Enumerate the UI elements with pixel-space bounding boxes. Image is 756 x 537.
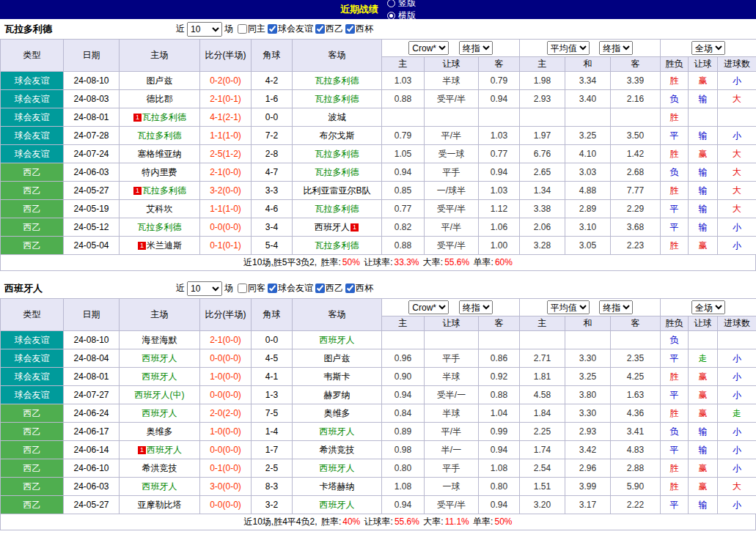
- subcol-euro-away: 客: [611, 316, 661, 331]
- home-team-cell[interactable]: 西班牙人(中): [120, 386, 200, 404]
- result-outcome: 平: [661, 218, 689, 237]
- away-team-cell[interactable]: 希洪竞技: [293, 441, 382, 459]
- euro-odds-draw: 3.40: [565, 90, 611, 108]
- checkbox-input[interactable]: [268, 24, 277, 34]
- competition-type: 球会友谊: [1, 108, 64, 127]
- away-team-cell[interactable]: 西班牙人: [293, 459, 382, 478]
- home-team-cell[interactable]: 奥维多: [120, 423, 200, 441]
- checkbox-input[interactable]: [315, 284, 325, 293]
- home-team-cell[interactable]: 希洪竞技: [120, 459, 200, 478]
- home-team-cell[interactable]: 1西班牙人: [120, 441, 200, 459]
- checkbox-input[interactable]: [238, 284, 247, 293]
- away-team-cell[interactable]: 图卢兹: [293, 349, 382, 368]
- asian-odds-time-select[interactable]: 终指: [459, 300, 493, 314]
- average-select[interactable]: 平均值: [547, 41, 590, 55]
- home-team-cell[interactable]: 西班牙人: [120, 368, 200, 386]
- team-name: 瓦拉多利德: [0, 23, 176, 36]
- bookmaker-select[interactable]: Crow*: [408, 41, 449, 55]
- result-handicap: 输: [689, 200, 718, 218]
- away-team-cell[interactable]: 瓦拉多利德: [293, 72, 382, 90]
- home-team-cell[interactable]: 德比郡: [120, 90, 200, 108]
- filter-checkbox-西乙[interactable]: 西乙: [315, 23, 343, 35]
- home-team-cell[interactable]: 西班牙人: [120, 349, 200, 368]
- asian-odds-home: 0.79: [382, 127, 425, 145]
- filter-checkbox-同主[interactable]: 同主: [238, 23, 265, 35]
- away-team-cell[interactable]: 瓦拉多利德: [293, 200, 382, 218]
- euro-odds-time-select[interactable]: 终指: [599, 41, 633, 55]
- home-team-cell[interactable]: 西班牙人: [120, 478, 200, 496]
- away-team-cell[interactable]: 西班牙人: [293, 331, 382, 349]
- checkbox-input[interactable]: [345, 24, 355, 34]
- competition-type: 西乙: [1, 459, 64, 478]
- match-row: 西乙24-06-24西班牙人2-0(2-0)7-5奥维多0.84半球1.041.…: [1, 404, 756, 423]
- away-team-cell[interactable]: 西班牙人: [293, 496, 382, 514]
- euro-odds-draw: 4.88: [565, 182, 611, 200]
- result-handicap: 赢: [689, 368, 718, 386]
- away-team-name: 波城: [329, 112, 346, 122]
- asian-odds-handicap: 半球: [425, 72, 479, 90]
- asian-odds-time-select[interactable]: 终指: [459, 41, 493, 55]
- away-team-cell[interactable]: 瓦拉多利德: [293, 163, 382, 182]
- filter-checkbox-球会友谊[interactable]: 球会友谊: [268, 23, 313, 35]
- section-header-bar: 瓦拉多利德 近 10 场 同主球会友谊西乙西杯: [0, 19, 756, 39]
- away-team-cell[interactable]: 比利亚雷亚尔B队: [293, 182, 382, 200]
- home-team-cell[interactable]: 图卢兹: [120, 72, 200, 90]
- subcol-result-handicap: 让球: [689, 316, 718, 331]
- euro-odds-home: 3.20: [520, 496, 565, 514]
- result-handicap: 赢: [689, 145, 718, 163]
- euro-odds-draw: 3.25: [565, 127, 611, 145]
- away-team-cell[interactable]: 波城: [293, 108, 382, 127]
- filter-checkbox-同客[interactable]: 同客: [238, 282, 265, 295]
- layout-radio-selected[interactable]: 横版: [387, 10, 416, 22]
- col-away: 客场: [293, 40, 382, 72]
- away-team-cell[interactable]: 韦斯卡: [293, 368, 382, 386]
- home-team-cell[interactable]: 西班牙人: [120, 404, 200, 423]
- home-team-cell[interactable]: 瓦拉多利德: [120, 218, 200, 237]
- away-team-cell[interactable]: 西班牙人1: [293, 218, 382, 237]
- home-team-cell[interactable]: 塞格维亚纳: [120, 145, 200, 163]
- checkbox-input[interactable]: [268, 284, 277, 293]
- checkbox-input[interactable]: [345, 284, 355, 293]
- home-team-cell[interactable]: 亚摩勒比塔: [120, 496, 200, 514]
- fulltime-select[interactable]: 全场: [691, 300, 725, 314]
- filter-checkbox-西杯[interactable]: 西杯: [345, 282, 373, 295]
- away-team-cell[interactable]: 奥维多: [293, 404, 382, 423]
- corner-score: 3-2: [252, 496, 293, 514]
- asian-odds-header: Crow* 终指: [382, 299, 520, 316]
- away-team-cell[interactable]: 布尔戈斯: [293, 127, 382, 145]
- away-team-cell[interactable]: 西班牙人: [293, 423, 382, 441]
- match-score: 0-0(0-0): [200, 349, 252, 368]
- corner-score: 7-5: [252, 404, 293, 423]
- home-team-cell[interactable]: 特内里费: [120, 163, 200, 182]
- home-team-cell[interactable]: 海登海默: [120, 331, 200, 349]
- fulltime-select[interactable]: 全场: [691, 41, 725, 55]
- checkbox-input[interactable]: [315, 24, 325, 34]
- checkbox-input[interactable]: [238, 24, 247, 34]
- euro-odds-away: 1.42: [611, 145, 661, 163]
- col-home: 主场: [120, 299, 200, 331]
- checkbox-label: 西杯: [356, 282, 373, 295]
- filter-checkbox-西乙[interactable]: 西乙: [315, 282, 343, 295]
- home-team-name: 图卢兹: [147, 75, 173, 86]
- asian-odds-home: 1.08: [382, 478, 425, 496]
- home-team-cell[interactable]: 瓦拉多利德: [120, 127, 200, 145]
- home-team-name: 西班牙人: [147, 445, 182, 455]
- euro-odds-time-select[interactable]: 终指: [599, 300, 633, 314]
- away-team-cell[interactable]: 瓦拉多利德: [293, 237, 382, 255]
- filter-checkbox-球会友谊[interactable]: 球会友谊: [268, 282, 313, 295]
- home-team-cell[interactable]: 艾科坎: [120, 200, 200, 218]
- away-team-cell[interactable]: 卡塔赫纳: [293, 478, 382, 496]
- away-team-cell[interactable]: 瓦拉多利德: [293, 90, 382, 108]
- home-team-cell[interactable]: 1米兰迪斯: [120, 237, 200, 255]
- layout-radio-option[interactable]: 竖版: [387, 0, 416, 10]
- average-select[interactable]: 平均值: [547, 300, 590, 314]
- home-team-cell[interactable]: 1瓦拉多利德: [120, 108, 200, 127]
- match-date: 24-08-01: [64, 368, 120, 386]
- match-count-select[interactable]: 10: [187, 22, 222, 37]
- away-team-cell[interactable]: 瓦拉多利德: [293, 145, 382, 163]
- filter-checkbox-西杯[interactable]: 西杯: [345, 23, 373, 35]
- bookmaker-select[interactable]: Crow*: [408, 300, 449, 314]
- away-team-cell[interactable]: 赫罗纳: [293, 386, 382, 404]
- match-count-select[interactable]: 10: [187, 281, 222, 296]
- home-team-cell[interactable]: 1瓦拉多利德: [120, 182, 200, 200]
